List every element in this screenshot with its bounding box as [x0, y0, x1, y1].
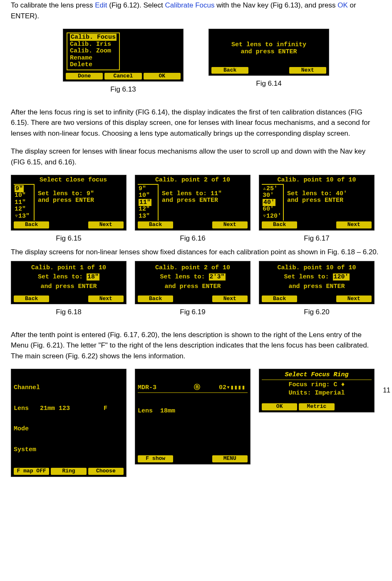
- softkey: Next: [88, 295, 124, 302]
- link-ok: OK: [337, 1, 348, 9]
- lcd-text: Channel: [14, 385, 124, 392]
- lcd-header: MDR-3 ⓐ 02▾▮▮▮▮: [138, 385, 248, 393]
- softkey-empty: [175, 295, 210, 302]
- softkey: Back: [14, 221, 49, 228]
- lcd-text: and press ENTER: [14, 283, 124, 290]
- lcd-screen: Calib. point 10 of 10 Set lens to: 120' …: [259, 261, 375, 304]
- list-item: 9": [139, 186, 156, 193]
- softkey-empty: [299, 295, 334, 302]
- lcd-screen: Calib. Focus Calib. Iris Calib. Zoom Ren…: [63, 29, 184, 82]
- list-item: 10": [139, 192, 156, 199]
- figure: Channel Lens 21mm 123 F Mode System F ma…: [11, 369, 127, 477]
- softkey: Ring: [51, 468, 86, 474]
- lcd-screen: MDR-3 ⓐ 02▾▮▮▮▮ Lens 18mm F show MENU: [135, 369, 251, 464]
- softkey: Back: [138, 221, 173, 228]
- softkey: Next: [212, 295, 248, 302]
- lcd-title: Select Focus Ring: [262, 372, 372, 380]
- menu-item: Delete: [70, 62, 117, 69]
- figure: Calib. point 2 of 10 9" 10" 11" 12" 13" …: [135, 175, 251, 243]
- menu-item-selected: Calib. Focus: [70, 34, 117, 41]
- lcd-screen: Calib. point 2 of 10 9" 10" 11" 12" 13" …: [135, 175, 251, 230]
- lcd-screen: Calib. point 10 of 10 ▵25' 30' 40' 60' ▿…: [259, 175, 375, 230]
- lcd-text: Set lens to: 120': [262, 274, 372, 281]
- lcd-screen: Channel Lens 21mm 123 F Mode System F ma…: [11, 369, 127, 477]
- softkey-empty: [336, 403, 372, 410]
- softkey: Next: [88, 221, 124, 228]
- lcd-text: Set lens to: 18": [14, 274, 124, 281]
- softkey-empty: [51, 221, 86, 228]
- lcd-title: Calib. point 2 of 10: [138, 265, 248, 272]
- lcd-screen: Select Focus Ring Focus ring: C ♦ Units:…: [259, 369, 375, 412]
- softkey: Back: [262, 295, 297, 302]
- softkey: Metric: [299, 403, 334, 410]
- softkey: Back: [211, 67, 248, 74]
- figure: Select Focus Ring Focus ring: C ♦ Units:…: [259, 369, 375, 477]
- figure-caption: Fig 6.14: [256, 78, 281, 89]
- softkey-empty: [250, 67, 287, 74]
- lcd-text: Set lens to infinity: [212, 42, 325, 49]
- list-item: 10": [15, 192, 32, 199]
- paragraph: The display screens for non-linear lense…: [11, 247, 381, 258]
- lcd-screen: Select close focus 9" 10" 11" 12" ▿13" S…: [11, 175, 127, 230]
- text: (Fig 6.12). Select: [107, 1, 165, 9]
- lcd-text: Set lens to: 2'3": [138, 274, 248, 281]
- figure: Calib. point 10 of 10 Set lens to: 120' …: [259, 261, 375, 318]
- softkey-empty: [175, 221, 210, 228]
- figure-caption: Fig 6.15: [56, 233, 81, 244]
- list-item: 13": [139, 213, 156, 220]
- menu: Calib. Focus Calib. Iris Calib. Zoom Ren…: [67, 32, 120, 70]
- text: To calibrate the lens press: [11, 1, 95, 9]
- menu-item: Rename: [70, 55, 117, 62]
- softkey: MENU: [212, 455, 248, 462]
- list-item: 60': [263, 206, 281, 213]
- lcd-text: Units: Imperial: [262, 390, 372, 397]
- menu-item: Calib. Zoom: [70, 48, 117, 55]
- list-item: ▿13": [15, 213, 32, 220]
- lcd-title: Calib. point 1 of 10: [14, 265, 124, 272]
- link-calibrate-focus: Calibrate Focus: [165, 1, 214, 9]
- paragraph: After the tenth point is entered (Fig. 6…: [11, 330, 381, 362]
- lcd-screen: Set lens to infinity and press ENTER Bac…: [208, 29, 329, 76]
- figure: Calib. point 10 of 10 ▵25' 30' 40' 60' ▿…: [259, 175, 375, 243]
- softkey: Back: [262, 221, 297, 228]
- lcd-text: Set lens to: 9": [38, 191, 123, 198]
- softkey: OK: [144, 73, 181, 79]
- figure-row: Channel Lens 21mm 123 F Mode System F ma…: [11, 369, 381, 477]
- lcd-text: and press ENTER: [262, 283, 372, 290]
- softkey: Choose: [88, 468, 124, 474]
- list-item-selected: 11": [139, 199, 151, 206]
- softkey: Done: [66, 73, 103, 79]
- distance-list: ▵25' 30' 40' 60' ▿120': [262, 184, 284, 221]
- softkey: Back: [138, 295, 173, 302]
- figure-caption: Fig 6.17: [304, 233, 329, 244]
- figure-row: Select close focus 9" 10" 11" 12" ▿13" S…: [11, 175, 381, 243]
- distance-list: 9" 10" 11" 12" 13": [138, 184, 159, 221]
- softkey-empty: [299, 221, 334, 228]
- list-item: ▵25': [263, 186, 281, 193]
- lcd-title: Calib. point 10 of 10: [262, 265, 372, 272]
- list-item: 11": [15, 199, 32, 206]
- lcd-title: Select close focus: [14, 177, 124, 184]
- figure: Select close focus 9" 10" 11" 12" ▿13" S…: [11, 175, 127, 243]
- lcd-text: Mode: [14, 426, 124, 433]
- list-item: 12": [15, 206, 32, 213]
- softkey: OK: [262, 403, 297, 410]
- figure: MDR-3 ⓐ 02▾▮▮▮▮ Lens 18mm F show MENU: [135, 369, 251, 477]
- distance-list: 9" 10" 11" 12" ▿13": [14, 184, 35, 221]
- lcd-text: Set lens to: 11": [162, 191, 247, 198]
- list-item: ▿120': [263, 213, 281, 220]
- page-number: 11: [383, 385, 390, 395]
- list-item-selected: 9": [15, 185, 24, 192]
- list-item: 30': [263, 192, 281, 199]
- lcd-screen: Calib. point 1 of 10 Set lens to: 18" an…: [11, 261, 127, 304]
- softkey: Next: [336, 295, 372, 302]
- paragraph: After the lens focus ring is set to infi…: [11, 107, 381, 139]
- lcd-text: and press ENTER: [38, 197, 123, 204]
- paragraph: The display screen for lenses with linea…: [11, 146, 381, 167]
- lcd-screen: Calib. point 2 of 10 Set lens to: 2'3" a…: [135, 261, 251, 304]
- lcd-text: and press ENTER: [138, 283, 248, 290]
- lcd-title: Calib. point 10 of 10: [262, 177, 372, 184]
- figure-caption: Fig 6.18: [56, 307, 81, 318]
- lcd-text: Lens 18mm: [138, 408, 248, 415]
- list-item-selected: 40': [263, 199, 275, 206]
